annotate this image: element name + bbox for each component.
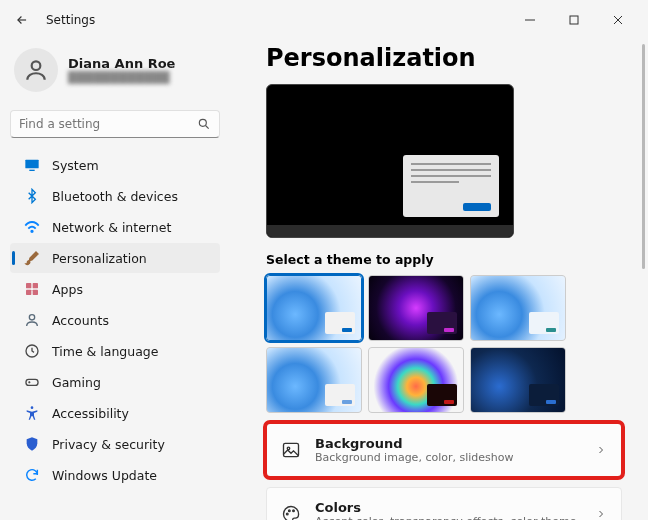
- themes-label: Select a theme to apply: [266, 252, 622, 267]
- search-input[interactable]: [19, 117, 197, 131]
- svg-rect-4: [29, 170, 34, 171]
- svg-point-2: [199, 119, 206, 126]
- background-card[interactable]: Background Background image, color, slid…: [266, 423, 622, 477]
- person-icon: [23, 57, 49, 83]
- main-content: Personalization Select a theme to apply …: [230, 40, 648, 520]
- sidebar-item-label: Privacy & security: [52, 437, 165, 452]
- desktop-preview: [266, 84, 514, 238]
- gamepad-icon: [24, 374, 40, 390]
- theme-option-6[interactable]: [470, 347, 566, 413]
- sidebar-item-accessibility[interactable]: Accessibility: [10, 398, 220, 428]
- svg-point-12: [31, 406, 34, 409]
- card-title: Colors: [315, 500, 581, 515]
- svg-point-1: [32, 61, 41, 70]
- bluetooth-icon: [24, 188, 40, 204]
- sidebar-item-label: Apps: [52, 282, 83, 297]
- sidebar-item-label: System: [52, 158, 99, 173]
- card-title: Background: [315, 436, 581, 451]
- sidebar-item-system[interactable]: System: [10, 150, 220, 180]
- sidebar-item-label: Accounts: [52, 313, 109, 328]
- clock-icon: [24, 343, 40, 359]
- sidebar-item-accounts[interactable]: Accounts: [10, 305, 220, 335]
- sidebar-item-update[interactable]: Windows Update: [10, 460, 220, 490]
- theme-option-1[interactable]: [266, 275, 362, 341]
- profile-email: ████████████: [68, 71, 175, 84]
- sidebar-item-network[interactable]: Network & internet: [10, 212, 220, 242]
- sidebar-item-apps[interactable]: Apps: [10, 274, 220, 304]
- theme-option-4[interactable]: [266, 347, 362, 413]
- person-icon: [24, 312, 40, 328]
- svg-rect-3: [25, 160, 38, 169]
- svg-rect-11: [26, 379, 38, 385]
- nav-list: SystemBluetooth & devicesNetwork & inter…: [10, 150, 220, 490]
- svg-rect-0: [570, 16, 578, 24]
- update-icon: [24, 467, 40, 483]
- profile-block[interactable]: Diana Ann Roe ████████████: [10, 40, 220, 104]
- window-title: Settings: [46, 13, 95, 27]
- minimize-button[interactable]: [508, 4, 552, 36]
- paintbrush-icon: [24, 250, 40, 266]
- page-title: Personalization: [266, 44, 622, 72]
- sidebar: Diana Ann Roe ████████████ SystemBluetoo…: [0, 40, 230, 520]
- search-box[interactable]: [10, 110, 220, 138]
- sidebar-item-label: Gaming: [52, 375, 101, 390]
- preview-window: [403, 155, 499, 217]
- search-icon: [197, 117, 211, 131]
- sidebar-item-gaming[interactable]: Gaming: [10, 367, 220, 397]
- maximize-button[interactable]: [552, 4, 596, 36]
- colors-card[interactable]: Colors Accent color, transparency effect…: [266, 487, 622, 520]
- sidebar-item-label: Windows Update: [52, 468, 157, 483]
- sidebar-item-label: Network & internet: [52, 220, 171, 235]
- svg-rect-8: [33, 290, 38, 295]
- theme-option-2[interactable]: [368, 275, 464, 341]
- apps-icon: [24, 281, 40, 297]
- scrollbar[interactable]: [642, 44, 645, 512]
- card-subtitle: Background image, color, slideshow: [315, 451, 581, 464]
- palette-icon: [281, 504, 301, 520]
- sidebar-item-label: Accessibility: [52, 406, 129, 421]
- sidebar-item-privacy[interactable]: Privacy & security: [10, 429, 220, 459]
- sidebar-item-time[interactable]: Time & language: [10, 336, 220, 366]
- sidebar-item-personalization[interactable]: Personalization: [10, 243, 220, 273]
- close-button[interactable]: [596, 4, 640, 36]
- minimize-icon: [525, 15, 535, 25]
- shield-icon: [24, 436, 40, 452]
- svg-point-17: [293, 510, 295, 512]
- svg-rect-6: [33, 283, 38, 288]
- accessibility-icon: [24, 405, 40, 421]
- svg-point-15: [286, 513, 288, 515]
- svg-rect-13: [284, 443, 299, 456]
- window-controls: [508, 4, 640, 36]
- theme-option-5[interactable]: [368, 347, 464, 413]
- close-icon: [613, 15, 623, 25]
- svg-point-16: [289, 510, 291, 512]
- arrow-left-icon: [15, 13, 29, 27]
- sidebar-item-bluetooth[interactable]: Bluetooth & devices: [10, 181, 220, 211]
- themes-grid: [266, 275, 622, 413]
- svg-rect-7: [26, 290, 31, 295]
- svg-point-9: [29, 315, 34, 320]
- sidebar-item-label: Time & language: [52, 344, 158, 359]
- back-button[interactable]: [8, 6, 36, 34]
- card-subtitle: Accent color, transparency effects, colo…: [315, 515, 581, 520]
- chevron-right-icon: [595, 441, 607, 460]
- sidebar-item-label: Bluetooth & devices: [52, 189, 178, 204]
- theme-option-3[interactable]: [470, 275, 566, 341]
- picture-icon: [281, 440, 301, 460]
- avatar: [14, 48, 58, 92]
- maximize-icon: [569, 15, 579, 25]
- wifi-icon: [24, 219, 40, 235]
- profile-name: Diana Ann Roe: [68, 56, 175, 71]
- sidebar-item-label: Personalization: [52, 251, 147, 266]
- svg-rect-5: [26, 283, 31, 288]
- chevron-right-icon: [595, 505, 607, 521]
- monitor-icon: [24, 157, 40, 173]
- titlebar: Settings: [0, 0, 648, 40]
